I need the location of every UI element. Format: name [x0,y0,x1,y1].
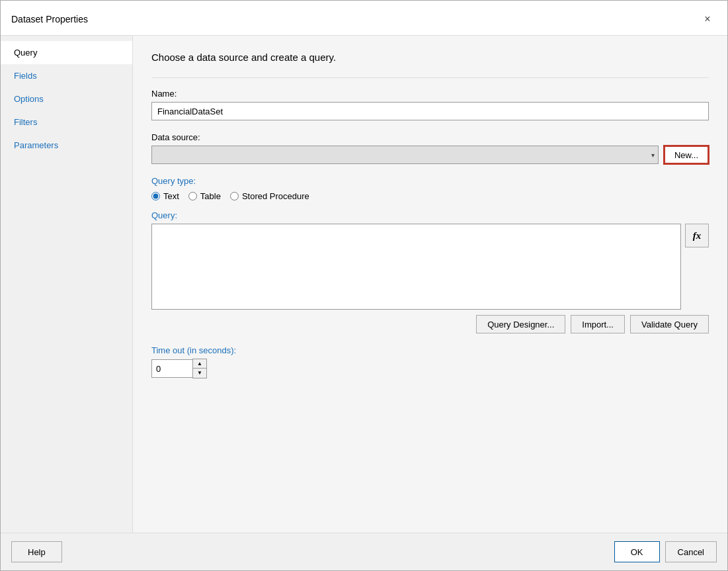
datasource-label: Data source: [151,132,709,142]
datasource-row: ▾ New... [151,146,709,164]
query-section: Query: fx Query Designer... Import... Va… [151,210,709,333]
import-button[interactable]: Import... [571,315,625,333]
radio-text-option[interactable]: Text [151,191,179,201]
sidebar: Query Fields Options Filters Parameters [1,36,133,533]
ok-button[interactable]: OK [614,541,660,562]
sidebar-item-fields[interactable]: Fields [1,64,132,87]
sidebar-item-parameters[interactable]: Parameters [1,134,132,157]
divider [151,77,709,78]
timeout-label: Time out (in seconds): [151,345,709,355]
query-type-label: Query type: [151,176,709,186]
dialog-footer: Help OK Cancel [1,533,727,570]
radio-table[interactable] [188,192,197,200]
query-textarea[interactable] [151,224,681,310]
query-designer-button[interactable]: Query Designer... [476,315,565,333]
sidebar-item-filters[interactable]: Filters [1,110,132,134]
spinner-buttons: ▲ ▼ [192,359,207,378]
timeout-input[interactable] [151,359,192,378]
datasource-wrapper: ▾ [151,146,659,164]
datasource-select[interactable] [151,146,659,164]
instruction-text: Choose a data source and create a query. [151,52,709,63]
query-area-wrapper: fx [151,224,709,310]
datasource-section: Data source: ▾ New... [151,132,709,164]
radio-stored-procedure-option[interactable]: Stored Procedure [230,191,309,201]
radio-text[interactable] [151,192,160,200]
sidebar-item-options[interactable]: Options [1,87,132,110]
dialog-title: Dataset Properties [11,14,88,24]
name-label: Name: [151,89,709,99]
timeout-section: Time out (in seconds): ▲ ▼ [151,345,709,378]
fx-side: fx [685,224,709,247]
new-button[interactable]: New... [664,146,709,164]
footer-right: OK Cancel [614,541,717,562]
cancel-button[interactable]: Cancel [665,541,717,562]
radio-table-label: Table [200,191,221,201]
radio-text-label: Text [163,191,179,201]
name-input[interactable] [151,102,709,120]
query-label: Query: [151,210,709,220]
radio-table-option[interactable]: Table [188,191,221,201]
query-type-section: Query type: Text Table Stored Procedure [151,176,709,201]
spinner-wrapper: ▲ ▼ [151,359,211,378]
radio-stored-procedure[interactable] [230,192,239,200]
validate-query-button[interactable]: Validate Query [630,315,709,333]
query-buttons: Query Designer... Import... Validate Que… [151,315,709,333]
radio-stored-procedure-label: Stored Procedure [242,191,309,201]
help-button[interactable]: Help [11,541,62,562]
spinner-up-button[interactable]: ▲ [193,359,206,369]
radio-group: Text Table Stored Procedure [151,191,709,201]
close-button[interactable]: × [698,10,717,28]
title-bar: Dataset Properties × [1,1,727,36]
name-section: Name: [151,89,709,120]
main-content: Choose a data source and create a query.… [133,36,727,533]
fx-button[interactable]: fx [685,224,709,247]
dialog-dataset-properties: Dataset Properties × Query Fields Option… [0,0,728,571]
sidebar-item-query[interactable]: Query [1,41,132,64]
spinner-down-button[interactable]: ▼ [193,369,206,378]
dialog-body: Query Fields Options Filters Parameters … [1,36,727,533]
